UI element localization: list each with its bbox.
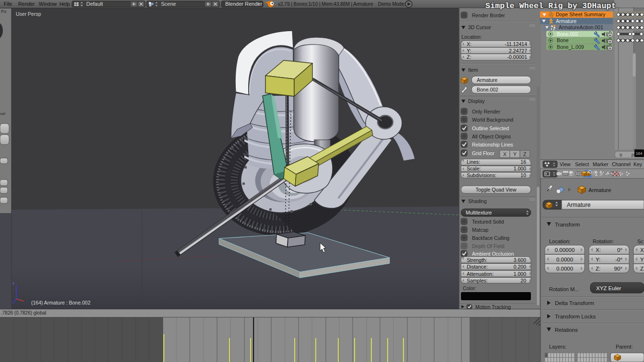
svg-text:Demo Mode:: Demo Mode: [378,1,405,7]
svg-text:ArmatureAction.001: ArmatureAction.001 [559,24,603,30]
svg-text:v2.79 | Bones:1/10 | Mem:43.8: v2.79 | Bones:1/10 | Mem:43.88M | Armatu… [278,1,373,7]
svg-text:Matcap: Matcap [472,227,489,233]
svg-text:Y: Y [513,151,517,157]
svg-text:Z: Z [523,151,527,157]
svg-text:.7826 (0.7826) global: .7826 (0.7826) global [1,310,46,316]
svg-text:Depth Of Field: Depth Of Field [472,243,505,249]
svg-text:Only Render: Only Render [472,109,500,114]
svg-text:Blender Render: Blender Render [225,1,262,7]
svg-text:Relations: Relations [555,327,578,333]
svg-text:Color:: Color: [463,285,476,291]
svg-text:Bone.002: Bone.002 [477,87,498,92]
svg-text:2.24727: 2.24727 [509,48,527,54]
svg-text:Layers:: Layers: [549,344,566,350]
svg-text:Grid Floor: Grid Floor [472,150,494,156]
svg-text:File: File [4,1,12,7]
svg-text:Backface Culling: Backface Culling [472,235,509,241]
svg-text:All Object Origins: All Object Origins [472,134,511,139]
svg-text:X:: X: [640,247,644,253]
svg-text:Parent:: Parent: [616,344,632,350]
svg-text:Bone: Bone [557,37,569,43]
svg-text:Dope Sheet Summary: Dope Sheet Summary [556,11,606,17]
svg-text:0°: 0° [617,247,622,253]
svg-text:Simple Wheel Rig by 3DHaupt: Simple Wheel Rig by 3DHaupt [485,1,616,11]
svg-text:Delta Transform: Delta Transform [555,300,594,306]
svg-text:Y:: Y: [467,48,471,54]
svg-text:Toggle Quad View: Toggle Quad View [475,187,516,192]
svg-text:Z:: Z: [596,266,600,272]
svg-text:16: 16 [520,159,526,165]
svg-text:Bone.002: Bone.002 [557,31,578,37]
svg-text:Motion Tracking: Motion Tracking [475,304,511,310]
svg-text:3D Cursor: 3D Cursor [468,24,491,30]
svg-text:Help: Help [59,1,70,7]
svg-text:Y:: Y: [596,257,600,262]
svg-text:90°: 90° [614,266,622,272]
svg-text:20: 20 [520,278,526,283]
svg-text:Shading: Shading [468,198,487,204]
svg-text:Armature: Armature [477,77,497,83]
svg-text:Location:: Location: [549,238,571,244]
svg-text:Z:: Z: [467,54,471,60]
svg-text:(164) Armature : Bone.002: (164) Armature : Bone.002 [31,300,91,305]
svg-text:Attenuation:: Attenuation: [467,271,494,277]
svg-text:Bone_L.009: Bone_L.009 [557,44,584,50]
svg-text:Window: Window [39,1,57,7]
svg-text:10: 10 [520,172,526,178]
svg-text:Transform Locks: Transform Locks [555,314,596,319]
svg-text:Armature: Armature [588,187,611,193]
svg-text:Select: Select [575,161,589,167]
svg-text:0.00000: 0.00000 [555,247,575,253]
svg-text:1.000: 1.000 [514,166,526,171]
svg-text:Location:: Location: [461,34,482,40]
svg-text:Samples:: Samples: [467,278,488,283]
svg-text:Transform: Transform [555,222,580,227]
svg-text:World Background: World Background [472,117,513,123]
svg-text:Textured Solid: Textured Solid [472,219,504,225]
svg-text:Key: Key [633,161,643,167]
svg-text:Multitexture: Multitexture [466,210,492,215]
svg-text:XYZ Euler: XYZ Euler [596,285,621,291]
svg-text:Default: Default [86,1,103,7]
svg-text:Armature: Armature [567,202,591,208]
svg-text:Outline Selected: Outline Selected [472,125,509,131]
svg-text:-0.00001: -0.00001 [507,54,528,60]
svg-text:Ambient Occlusion: Ambient Occlusion [472,251,514,257]
svg-text:Marker: Marker [593,161,609,167]
svg-text:Rotation:: Rotation: [593,238,614,244]
svg-text:Armature: Armature [556,18,576,24]
svg-text:-11.12414: -11.12414 [505,41,527,47]
svg-text:Distance:: Distance: [467,264,488,270]
svg-text:Rotation M...: Rotation M... [549,286,579,292]
svg-text:Z:: Z: [640,266,644,272]
svg-text:X: X [503,151,506,157]
svg-text:Display: Display [468,98,485,104]
svg-text:User Persp: User Persp [16,11,41,17]
svg-text:Item: Item [468,67,478,73]
svg-text:Scene: Scene [161,1,176,7]
svg-text:0: 0 [620,153,622,158]
svg-text:View: View [560,161,571,167]
svg-text:X:: X: [596,247,601,253]
svg-text:Scale:: Scale: [467,166,481,171]
svg-text:164: 164 [636,151,643,156]
svg-text:-0°: -0° [615,257,622,262]
svg-text:0.200: 0.200 [514,264,526,270]
svg-text:Y:: Y: [640,257,644,262]
svg-text:3.600: 3.600 [514,257,526,263]
svg-text:Render: Render [18,1,35,7]
svg-text:Relationship Lines: Relationship Lines [472,142,513,147]
svg-text:X:: X: [467,41,472,47]
svg-text:Channel: Channel [612,161,631,167]
svg-text:Strength:: Strength: [467,257,487,263]
svg-text:Po: Po [1,9,6,14]
svg-text:Render Border: Render Border [472,12,505,18]
svg-text:0.0000: 0.0000 [556,266,573,272]
svg-text:1.000: 1.000 [514,271,526,277]
svg-text:Lines:: Lines: [467,159,480,165]
svg-text:z: z [12,281,14,285]
svg-text:nsf: nsf [0,112,5,116]
svg-text:Sc: Sc [637,238,644,244]
svg-text:0.0000: 0.0000 [556,257,573,262]
svg-text:Subdivisions:: Subdivisions: [467,172,496,178]
